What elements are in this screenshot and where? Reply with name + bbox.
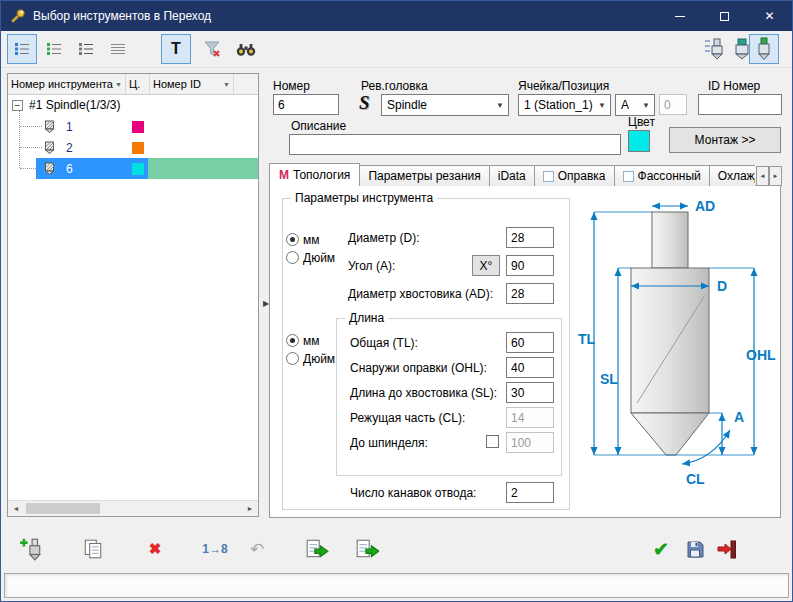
to-spindle-input <box>506 432 554 453</box>
undo-button[interactable]: ↶ <box>241 533 273 565</box>
mount-button[interactable]: Монтаж >> <box>669 127 781 153</box>
diameter-input[interactable] <box>506 227 554 248</box>
position-select[interactable]: A ▼ <box>615 94 655 116</box>
tab-holder[interactable]: Оправка <box>534 165 615 186</box>
length-mm-radio[interactable] <box>286 334 299 347</box>
view-details-button[interactable] <box>71 34 101 64</box>
tool-color-picker[interactable] <box>628 130 650 152</box>
export-table-button[interactable] <box>351 533 383 565</box>
renumber-icon: 1→8 <box>202 542 227 556</box>
outside-holder-input[interactable] <box>506 357 554 378</box>
tab-cutting-params[interactable]: Параметры резания <box>359 165 489 186</box>
copy-icon <box>82 538 104 560</box>
tab-idata[interactable]: iData <box>489 165 535 186</box>
tab-coolant[interactable]: Охлаждение <box>709 165 755 186</box>
copy-tool-button[interactable] <box>77 533 109 565</box>
apply-button[interactable]: ✔ <box>645 533 677 565</box>
tool-selection-dialog: Выбор инструментов в Переход ✕ <box>0 0 793 602</box>
show-tool-button[interactable] <box>699 34 729 64</box>
diameter-label: Диаметр (D): <box>348 231 420 245</box>
tool-row[interactable]: 1 <box>8 116 258 137</box>
column-header-color[interactable]: Ц. <box>126 74 150 94</box>
column-header-tool-number[interactable]: Номер инструмента ▼ <box>8 74 126 94</box>
group-label: #1 Spindle(1/3/3) <box>29 98 120 112</box>
description-input[interactable] <box>289 134 621 155</box>
station-value: 1 (Station_1) <box>524 98 593 112</box>
bottom-toolbar: ✖ 1→8 ↶ ✔ <box>1 521 793 571</box>
minimize-button[interactable] <box>657 1 702 31</box>
sort-filter-icon[interactable]: ▼ <box>221 81 230 88</box>
total-length-input[interactable] <box>506 332 554 353</box>
text-view-button[interactable]: T <box>161 34 191 64</box>
column-label: Номер ID <box>153 78 201 90</box>
number-input[interactable] <box>273 94 339 115</box>
tool-row-selected[interactable]: 6 <box>8 158 258 179</box>
delete-tool-button[interactable]: ✖ <box>139 533 171 565</box>
position-index-input <box>659 94 687 115</box>
tool-group-row[interactable]: − #1 Spindle(1/3/3) <box>8 95 258 116</box>
tab-scroll-right-button[interactable]: ► <box>769 166 782 186</box>
maximize-button[interactable] <box>702 1 747 31</box>
holder-tab-checkbox[interactable] <box>543 171 554 182</box>
number-label: Номер <box>273 79 310 93</box>
horizontal-scrollbar[interactable]: ◄ ► <box>8 500 258 516</box>
dim-ad-label: AD <box>695 198 715 214</box>
clear-filter-button[interactable] <box>197 34 227 64</box>
exit-icon <box>716 539 738 560</box>
scroll-right-icon[interactable]: ► <box>242 501 258 516</box>
tree-collapse-icon[interactable]: − <box>12 100 23 111</box>
length-inch-radio[interactable] <box>286 352 299 365</box>
show-assembly-button[interactable] <box>749 34 779 64</box>
tool-icon <box>43 141 56 154</box>
status-bar <box>4 573 789 598</box>
mm-radio[interactable] <box>286 233 299 246</box>
shank-diameter-input[interactable] <box>506 283 554 304</box>
shoulder-length-input[interactable] <box>506 382 554 403</box>
tool-number: 1 <box>66 120 73 134</box>
angle-x-button[interactable]: X° <box>472 255 500 276</box>
exit-button[interactable] <box>711 533 743 565</box>
tab-scroll-left-button[interactable]: ◄ <box>756 166 769 186</box>
station-select[interactable]: 1 (Station_1) ▼ <box>518 94 611 116</box>
position-value: A <box>621 98 629 112</box>
rev-head-select[interactable]: Spindle ▼ <box>381 94 509 116</box>
to-spindle-label: До шпинделя: <box>350 436 428 450</box>
scrollbar-thumb[interactable] <box>26 503 100 514</box>
find-button[interactable] <box>231 34 261 64</box>
tool-row[interactable]: 2 <box>8 137 258 158</box>
column-header-filler <box>234 74 258 94</box>
outside-holder-label: Снаружи оправки (OHL): <box>350 361 487 375</box>
add-tool-button[interactable] <box>15 533 47 565</box>
dim-ohl-label: OHL <box>746 347 776 363</box>
inch-radio[interactable] <box>286 251 299 264</box>
check-icon: ✔ <box>653 538 669 561</box>
column-header-id[interactable]: Номер ID ▼ <box>150 74 234 94</box>
close-button[interactable]: ✕ <box>747 1 792 31</box>
id-number-input[interactable] <box>698 94 782 115</box>
to-spindle-checkbox[interactable] <box>486 435 499 448</box>
renumber-button[interactable]: 1→8 <box>193 533 237 565</box>
add-tool-icon <box>19 537 43 561</box>
form-tool-tab-checkbox[interactable] <box>623 171 634 182</box>
tool-table-header: Номер инструмента ▼ Ц. Номер ID ▼ <box>8 74 258 95</box>
flutes-input[interactable] <box>506 482 554 503</box>
tool-table-body: − #1 Spindle(1/3/3) 1 2 <box>8 95 258 500</box>
view-tree-button[interactable] <box>7 34 37 64</box>
filter-clear-icon <box>203 40 221 58</box>
scroll-left-icon[interactable]: ◄ <box>8 501 24 516</box>
view-compact-button[interactable] <box>103 34 133 64</box>
view-list-button[interactable] <box>39 34 69 64</box>
title-bar[interactable]: Выбор инструментов в Переход ✕ <box>1 1 792 31</box>
column-label: Ц. <box>129 78 140 90</box>
sort-filter-icon[interactable]: ▼ <box>113 81 122 88</box>
tool-color-swatch <box>132 121 144 133</box>
undo-icon: ↶ <box>250 539 264 560</box>
mm-label: мм <box>303 233 320 247</box>
dim-cl-label: CL <box>686 471 705 487</box>
tab-form-tool[interactable]: Фассонный <box>614 165 710 186</box>
angle-input[interactable] <box>506 255 554 276</box>
tool-number: 2 <box>66 141 73 155</box>
save-button[interactable] <box>679 533 711 565</box>
import-table-button[interactable] <box>301 533 333 565</box>
tab-topology[interactable]: M Топология <box>269 163 360 186</box>
